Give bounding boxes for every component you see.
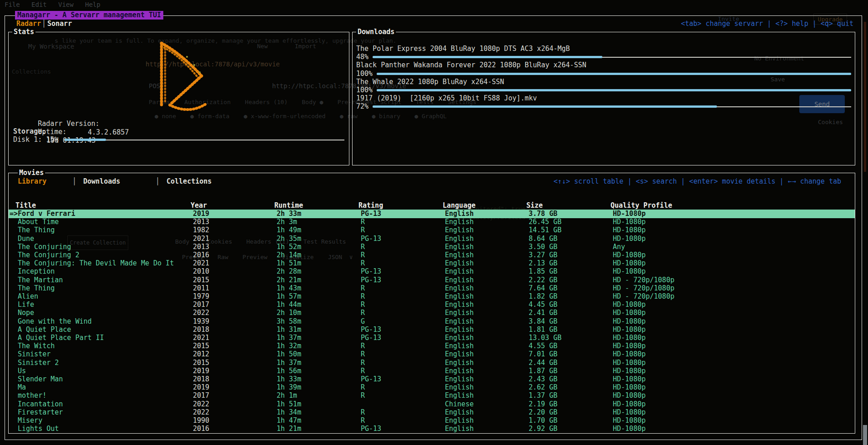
cell-rating: R — [361, 218, 365, 226]
tab-library[interactable]: Library — [18, 177, 46, 186]
table-row[interactable]: Dune20212h 35mPG-13English8.64 GBHD-1080… — [9, 235, 855, 243]
table-row[interactable]: The Witch20151h 32mREnglish4.55 GBHD-108… — [9, 342, 855, 350]
cell-year: 2018 — [193, 375, 209, 384]
table-row[interactable]: Ma20191h 39mREnglish2.62 GBHD-1080p — [9, 383, 855, 392]
cell-runtime: 1h 52m — [277, 243, 301, 251]
cell-year: 2017 — [193, 391, 209, 400]
cell-size: 14.51 GB — [529, 226, 561, 235]
table-row[interactable]: Life20171h 44mREnglish4.45 GBHD-1080p — [9, 300, 855, 309]
cell-title: Firestarter — [18, 408, 63, 417]
cell-rating: R — [361, 367, 365, 375]
cell-runtime: 2h 28m — [277, 267, 301, 276]
table-row[interactable]: Lights Out20161h 21mPG-13English2.92 GBH… — [9, 425, 855, 433]
cell-language: English — [445, 243, 474, 251]
cell-runtime: 1h 31m — [277, 325, 301, 334]
cell-quality: HD-1080p — [613, 342, 646, 350]
cell-year: 2016 — [193, 251, 209, 260]
tab-collections[interactable]: Collections — [167, 177, 212, 186]
download-gauge-fill — [377, 73, 851, 75]
cell-quality: Any — [613, 243, 625, 251]
table-row[interactable]: The Conjuring20131h 52mREnglish3.50 GBAn… — [9, 243, 855, 251]
cell-rating: R — [361, 292, 365, 301]
col-language[interactable]: Language — [443, 201, 475, 210]
table-row[interactable]: Firestarter20221h 34mREnglish2.20 GBHD-1… — [9, 408, 855, 417]
cell-year: 1939 — [193, 317, 209, 326]
cell-language: English — [445, 226, 474, 235]
table-row[interactable]: A Quiet Place Part II20211h 37mPG-13Engl… — [9, 334, 855, 342]
col-rating[interactable]: Rating — [358, 201, 383, 210]
cell-rating: R — [361, 259, 365, 268]
table-row[interactable]: The Conjuring 220162h 14mREnglish3.27 GB… — [9, 251, 855, 260]
download-progress-gauge: 72% — [356, 102, 851, 111]
downloads-panel-title: Downloads — [356, 28, 396, 36]
cell-language: English — [445, 408, 474, 417]
cell-title: Life — [18, 300, 34, 309]
table-row[interactable]: The Thing19821h 49mREnglish14.51 GBHD-10… — [9, 226, 855, 235]
table-row[interactable]: Sinister 220151h 37mREnglish2.44 GBHD-10… — [9, 359, 855, 367]
cell-quality: HD-1080p — [613, 425, 646, 433]
cell-quality: HD - 720p/1080p — [613, 292, 674, 301]
cell-year: 2015 — [193, 359, 209, 367]
tab-radarr[interactable]: Radarr — [16, 20, 41, 28]
col-size[interactable]: Size — [526, 201, 543, 210]
stats-panel: Stats Radarr Version: 4.3.2.6857 Uptime:… — [8, 32, 349, 165]
col-title[interactable]: Title — [15, 201, 36, 210]
table-row[interactable]: The Martian20152h 21mPG-13English2.22 GB… — [9, 276, 855, 285]
tab-sonarr[interactable]: Sonarr — [47, 20, 72, 28]
col-quality-profile[interactable]: Quality Profile — [611, 201, 672, 210]
servarr-tab-separator: │ — [42, 20, 46, 28]
cell-language: English — [445, 391, 474, 400]
cell-language: Chinese — [445, 400, 474, 409]
download-progress-gauge: 48% — [356, 53, 851, 61]
disk-gauge-fill — [64, 139, 106, 141]
table-row[interactable]: Us20191h 56mREnglish1.87 GBHD-1080p — [9, 367, 855, 375]
cell-title: The Martian — [18, 276, 63, 285]
radarr-ascii-logo — [153, 36, 212, 117]
cell-size: 7.64 GB — [529, 284, 557, 293]
cell-rating: R — [361, 342, 365, 350]
table-row[interactable]: About Time20132h 3mREnglish26.45 GBHD-10… — [9, 218, 855, 226]
terminal-screen: File Edit View Helps like your team is f… — [0, 0, 868, 445]
table-row[interactable]: Alien19791h 57mREnglish1.82 GBHD - 720p/… — [9, 292, 855, 301]
cell-language: English — [445, 309, 474, 317]
cell-quality: HD-1080p — [613, 334, 646, 342]
right-scrollbar-thumb[interactable] — [863, 425, 867, 445]
cell-title: Us — [18, 367, 26, 375]
cell-rating: PG-13 — [361, 375, 381, 384]
cell-runtime: 1h 56m — [277, 367, 301, 375]
table-row[interactable]: Incantation20221h 51mChinese2.19 GBHD-10… — [9, 400, 855, 409]
tab-downloads[interactable]: Downloads — [83, 177, 120, 186]
table-row[interactable]: Misery19901h 47mREnglish1.70 GBHD-1080p — [9, 416, 855, 425]
table-row[interactable]: mother!20172h 1mREnglish1.37 GBHD-1080p — [9, 391, 855, 400]
table-row[interactable]: A Quiet Place20181h 31mPG-13English1.81 … — [9, 325, 855, 334]
disk-usage-gauge: Disk 1: 15% — [13, 135, 344, 144]
table-row[interactable]: The Conjuring: The Devil Made Me Do It20… — [9, 259, 855, 268]
cell-size: 3.84 GB — [529, 317, 557, 326]
table-row[interactable]: Slender Man20181h 33mPG-13English2.43 GB… — [9, 375, 855, 384]
table-row-selected[interactable]: =>Ford v Ferrari20192h 33mPG-13English3.… — [9, 210, 855, 218]
download-percent-label: 100% — [356, 86, 373, 95]
cell-runtime: 1h 21m — [277, 425, 301, 433]
table-row[interactable]: The Thing20111h 43mREnglish7.64 GBHD - 7… — [9, 284, 855, 293]
download-percent-label: 100% — [356, 70, 373, 78]
cell-quality: HD-1080p — [613, 226, 646, 235]
table-row[interactable]: Sinister20121h 50mREnglish7.01 GBHD-1080… — [9, 350, 855, 359]
table-row[interactable]: Nope20222h 10mREnglish2.41 GBHD-1080p — [9, 309, 855, 317]
cell-quality: HD-1080p — [613, 259, 646, 268]
table-row[interactable]: Gone with the Wind19393h 58mGEnglish3.84… — [9, 317, 855, 326]
selected-row-marker: => — [10, 210, 18, 218]
cell-size: 26.45 GB — [529, 218, 561, 226]
col-runtime[interactable]: Runtime — [274, 201, 303, 210]
download-title: The Polar Express 2004 BluRay 1080p DTS … — [356, 45, 570, 53]
cell-language: English — [445, 350, 474, 359]
cell-year: 2019 — [193, 210, 209, 218]
table-row[interactable]: Inception20102h 28mPG-13English1.85 GBHD… — [9, 267, 855, 276]
cell-rating: R — [361, 391, 365, 400]
cell-title: Misery — [18, 416, 42, 425]
cell-runtime: 1h 34m — [277, 408, 301, 417]
cell-size: 3.50 GB — [529, 243, 557, 251]
cell-title: Nope — [18, 309, 34, 317]
col-year[interactable]: Year — [191, 201, 207, 210]
cell-size: 2.92 GB — [529, 425, 557, 433]
cell-size: 4.45 GB — [529, 300, 557, 309]
